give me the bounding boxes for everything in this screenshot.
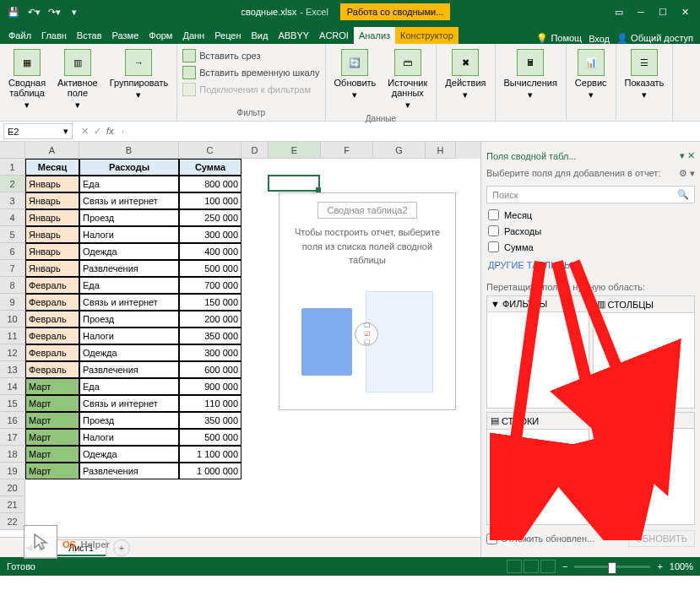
row-header-7[interactable]: 7: [0, 260, 25, 277]
field-search[interactable]: Поиск🔍: [486, 186, 695, 203]
fx-icon[interactable]: fx: [106, 126, 114, 137]
sign-in[interactable]: Вход: [589, 34, 610, 44]
save-icon[interactable]: 💾: [5, 3, 22, 20]
show-button[interactable]: ☰Показать▾: [621, 47, 668, 102]
cell[interactable]: 200 000: [179, 311, 241, 328]
col-header-A[interactable]: A: [25, 142, 79, 159]
cell[interactable]: Развлечения: [79, 361, 179, 378]
undo-icon[interactable]: ↶▾: [25, 3, 42, 20]
redo-icon[interactable]: ↷▾: [46, 3, 62, 20]
area-columns[interactable]: ▥СТОЛБЦЫ: [593, 295, 696, 409]
other-tables-link[interactable]: ДРУГИЕ ТАБЛИЦЫ...: [486, 255, 695, 275]
row-header-1[interactable]: 1: [0, 159, 25, 176]
tab-design[interactable]: Конструктор: [395, 27, 459, 44]
field-checkbox[interactable]: [488, 209, 499, 220]
group-button[interactable]: →Группировать▾: [106, 47, 172, 112]
cell[interactable]: Одежда: [79, 446, 179, 463]
cell[interactable]: Март: [25, 429, 79, 446]
cell[interactable]: 300 000: [179, 226, 241, 243]
tab-7[interactable]: ABBYY: [273, 27, 314, 44]
row-header-2[interactable]: 2: [0, 176, 25, 192]
pane-close-icon[interactable]: ✕: [687, 150, 695, 160]
cell[interactable]: Связь и интернет: [79, 192, 179, 209]
cell[interactable]: Март: [25, 395, 79, 412]
cell[interactable]: 110 000: [179, 395, 241, 412]
col-header-D[interactable]: D: [241, 142, 269, 159]
row-header-12[interactable]: 12: [0, 344, 25, 361]
row-header-17[interactable]: 17: [0, 429, 25, 446]
cell[interactable]: Январь: [25, 209, 79, 226]
cell[interactable]: Январь: [25, 260, 79, 277]
cell[interactable]: Одежда: [79, 344, 179, 361]
field-checkbox[interactable]: [488, 241, 499, 252]
view-normal-icon[interactable]: [507, 560, 522, 573]
cell[interactable]: Еда: [79, 277, 179, 294]
cell[interactable]: 250 000: [179, 209, 241, 226]
tab-3[interactable]: Форм: [144, 27, 177, 44]
zoom-out-icon[interactable]: −: [562, 561, 567, 571]
insert-timeline-button[interactable]: Вставить временную шкалу: [182, 64, 319, 81]
tab-5[interactable]: Рецен: [209, 27, 246, 44]
maximize-icon[interactable]: ☐: [653, 3, 673, 20]
cell[interactable]: 400 000: [179, 243, 241, 260]
cell[interactable]: Еда: [79, 378, 179, 395]
col-header-G[interactable]: G: [373, 142, 426, 159]
cell[interactable]: Налоги: [79, 328, 179, 344]
pane-dropdown-icon[interactable]: ▾: [680, 150, 685, 160]
cell[interactable]: Март: [25, 412, 79, 429]
cell[interactable]: 150 000: [179, 294, 241, 311]
cell[interactable]: Налоги: [79, 429, 179, 446]
cell[interactable]: Связь и интернет: [79, 294, 179, 311]
zoom-in-icon[interactable]: +: [657, 561, 662, 571]
field-1[interactable]: Расходы: [486, 223, 695, 239]
formula-bar[interactable]: [122, 130, 700, 133]
row-header-19[interactable]: 19: [0, 463, 25, 479]
cell[interactable]: Март: [25, 378, 79, 395]
cell[interactable]: 500 000: [179, 260, 241, 277]
row-header-5[interactable]: 5: [0, 226, 25, 243]
row-header-3[interactable]: 3: [0, 192, 25, 209]
row-header-18[interactable]: 18: [0, 446, 25, 463]
cell[interactable]: Январь: [25, 243, 79, 260]
cell[interactable]: 350 000: [179, 328, 241, 344]
worksheet-grid[interactable]: ABCDEFGH 1234567891011121314151617181920…: [0, 142, 480, 557]
cell[interactable]: Февраль: [25, 311, 79, 328]
cell[interactable]: 900 000: [179, 378, 241, 395]
field-0[interactable]: Месяц: [486, 207, 695, 223]
cell[interactable]: 600 000: [179, 361, 241, 378]
defer-update-checkbox[interactable]: [486, 533, 497, 544]
tab-file[interactable]: Файл: [3, 27, 36, 44]
cell[interactable]: Проезд: [79, 209, 179, 226]
add-sheet-button[interactable]: +: [113, 539, 130, 556]
cell[interactable]: Расходы: [79, 159, 179, 176]
cell[interactable]: Январь: [25, 192, 79, 209]
cell[interactable]: 700 000: [179, 277, 241, 294]
cell[interactable]: Связь и интернет: [79, 395, 179, 412]
area-filters[interactable]: ▼ФИЛЬТРЫ: [486, 295, 589, 409]
cell[interactable]: Февраль: [25, 328, 79, 344]
field-2[interactable]: Сумма: [486, 239, 695, 255]
zoom-level[interactable]: 100%: [670, 561, 693, 571]
tab-8[interactable]: ACROI: [314, 27, 354, 44]
ribbon-options-icon[interactable]: ▭: [609, 3, 629, 20]
row-header-10[interactable]: 10: [0, 311, 25, 328]
cell[interactable]: 1 000 000: [179, 463, 241, 479]
view-page-layout-icon[interactable]: [524, 560, 539, 573]
share-button[interactable]: 👤 Общий доступ: [616, 33, 693, 44]
actions-button[interactable]: ✖Действия▾: [442, 47, 489, 102]
pivot-table-button[interactable]: ▦Сводная таблица▾: [5, 47, 49, 112]
tab-4[interactable]: Данн: [177, 27, 209, 44]
col-header-E[interactable]: E: [269, 142, 321, 159]
cell[interactable]: 100 000: [179, 192, 241, 209]
cell[interactable]: Февраль: [25, 277, 79, 294]
col-header-H[interactable]: H: [426, 142, 456, 159]
cell[interactable]: Март: [25, 446, 79, 463]
row-header-20[interactable]: 20: [0, 479, 25, 496]
cell[interactable]: 300 000: [179, 344, 241, 361]
row-header-4[interactable]: 4: [0, 209, 25, 226]
area-values[interactable]: ΣЗНАЧЕНИЯ: [593, 412, 696, 525]
cell[interactable]: Развлечения: [79, 463, 179, 479]
insert-slicer-button[interactable]: Вставить срез: [182, 47, 319, 64]
gear-icon[interactable]: ⚙ ▾: [679, 168, 695, 179]
cell[interactable]: Проезд: [79, 311, 179, 328]
